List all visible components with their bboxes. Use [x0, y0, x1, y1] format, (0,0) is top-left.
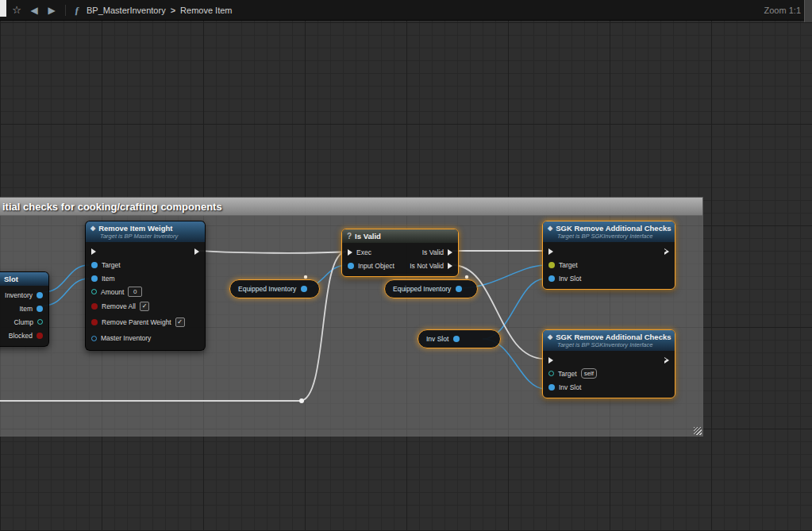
- exec-out-pin[interactable]: [664, 357, 669, 364]
- breadcrumb-root[interactable]: BP_MasterInventory: [87, 6, 166, 15]
- pin-label: Inventory: [5, 291, 33, 299]
- pin-label: Input Object: [358, 262, 394, 270]
- target-pin[interactable]: [548, 371, 554, 376]
- comment-resize-handle[interactable]: [694, 427, 702, 435]
- function-node-icon: ◆: [90, 225, 95, 232]
- function-graph-icon: ƒ: [71, 4, 83, 17]
- var-node-equipped-inventory-1[interactable]: Equipped Inventory: [229, 279, 320, 298]
- exec-in-pin[interactable]: [548, 357, 553, 364]
- breadcrumb-current[interactable]: Remove Item: [180, 6, 232, 15]
- node-sgk-remove-additional-checks-2[interactable]: ◆SGK Remove Additional Checks Target is …: [542, 329, 675, 398]
- output-pin[interactable]: [453, 336, 460, 342]
- remove-parent-weight-pin[interactable]: [91, 319, 98, 325]
- back-arrow-icon[interactable]: ◀: [25, 5, 43, 16]
- pin-label: Remove Parent Weight: [102, 318, 171, 326]
- zoom-level-label: Zoom 1:1: [764, 6, 801, 15]
- node-subtitle: Target is BP Master Inventory: [100, 233, 200, 240]
- is-not-valid-exec-out-pin[interactable]: [448, 263, 452, 269]
- var-node-equipped-inventory-2[interactable]: Equipped Inventory: [384, 279, 478, 298]
- pin-label: Is Valid: [422, 248, 444, 256]
- exec-out-pin[interactable]: [194, 248, 199, 255]
- forward-arrow-icon[interactable]: ▶: [43, 5, 60, 16]
- node-title: Is Valid: [355, 232, 381, 240]
- variable-label: Equipped Inventory: [238, 285, 296, 293]
- input-object-pin[interactable]: [348, 263, 354, 269]
- exec-in-pin[interactable]: [548, 248, 553, 255]
- node-title: SGK Remove Additional Checks: [556, 333, 671, 341]
- pin-label: Target: [558, 370, 577, 378]
- inv-slot-pin[interactable]: [548, 275, 555, 282]
- toolbar-divider: [65, 5, 66, 16]
- pin-label: Item: [19, 305, 33, 313]
- exec-out-pin[interactable]: [664, 248, 669, 255]
- is-valid-exec-out-pin[interactable]: [448, 249, 452, 256]
- node-break-slot[interactable]: Slot Inventory Item Clump Blocked: [0, 271, 49, 347]
- remove-all-checkbox[interactable]: ✓: [140, 302, 149, 311]
- function-node-icon: ◆: [548, 333, 552, 341]
- inv-slot-pin[interactable]: [548, 384, 555, 391]
- comment-title[interactable]: itial checks for cooking/crafting compon…: [0, 198, 702, 216]
- inventory-pin[interactable]: [37, 292, 43, 298]
- breadcrumb-toolbar: ☆ ◀ ▶ ƒ BP_MasterInventory > Remove Item…: [0, 0, 812, 21]
- pin-label: Inv Slot: [559, 383, 581, 391]
- variable-label: Inv Slot: [426, 335, 448, 343]
- exec-in-pin[interactable]: [91, 248, 96, 255]
- check-icon: ✓: [142, 303, 148, 310]
- clump-pin[interactable]: [37, 319, 43, 325]
- panel-corner-box: [804, 0, 812, 22]
- output-pin[interactable]: [301, 286, 307, 292]
- master-inventory-pin[interactable]: [91, 336, 97, 341]
- check-icon: ✓: [177, 319, 183, 325]
- item-pin[interactable]: [37, 306, 43, 312]
- var-node-inv-slot[interactable]: Inv Slot: [418, 329, 501, 348]
- breadcrumb-chevron-icon: >: [171, 6, 175, 15]
- bookmark-star-icon[interactable]: ☆: [8, 4, 25, 16]
- pin-label: Inv Slot: [559, 275, 581, 283]
- pin-label: Target: [559, 261, 578, 269]
- variable-label: Equipped Inventory: [393, 285, 451, 293]
- node-subtitle: Target is BP SGKInventory Interface: [557, 341, 670, 348]
- amount-pin[interactable]: [91, 289, 97, 294]
- function-node-icon: ◆: [548, 225, 552, 232]
- blueprint-graph-canvas[interactable]: itial checks for cooking/crafting compon…: [0, 0, 812, 531]
- node-subtitle: Target is BP SGKInventory Interface: [557, 233, 670, 240]
- remove-all-pin[interactable]: [91, 303, 98, 310]
- target-pin[interactable]: [91, 262, 98, 268]
- target-self-field[interactable]: self: [581, 368, 597, 379]
- node-title: SGK Remove Additional Checks: [556, 224, 671, 233]
- pin-label: Remove All: [102, 302, 136, 310]
- pin-label: Clump: [13, 318, 33, 326]
- node-title: Slot: [4, 275, 18, 283]
- pin-label: Target: [102, 261, 121, 269]
- pin-label: Amount: [101, 288, 124, 296]
- pin-label: Blocked: [9, 332, 33, 340]
- amount-input[interactable]: 0: [128, 287, 142, 297]
- pin-label: Is Not Valid: [410, 262, 444, 270]
- item-pin[interactable]: [91, 275, 98, 282]
- node-remove-item-weight[interactable]: ◆Remove Item Weight Target is BP Master …: [85, 221, 206, 351]
- exec-in-pin[interactable]: [348, 249, 352, 256]
- remove-parent-weight-checkbox[interactable]: ✓: [175, 317, 185, 327]
- pin-label: Item: [102, 275, 115, 283]
- pin-label: Master Inventory: [101, 334, 151, 342]
- output-pin[interactable]: [456, 286, 462, 292]
- target-pin[interactable]: [548, 262, 555, 268]
- blocked-pin[interactable]: [37, 333, 43, 339]
- question-icon: ?: [347, 232, 352, 240]
- node-title: Remove Item Weight: [98, 224, 172, 233]
- panel-edge-artifact: [0, 0, 6, 17]
- node-sgk-remove-additional-checks-1[interactable]: ◆SGK Remove Additional Checks Target is …: [542, 221, 675, 290]
- node-is-valid[interactable]: ?Is Valid Exec Is Valid Input Object Is …: [341, 229, 459, 277]
- pin-label: Exec: [356, 248, 371, 256]
